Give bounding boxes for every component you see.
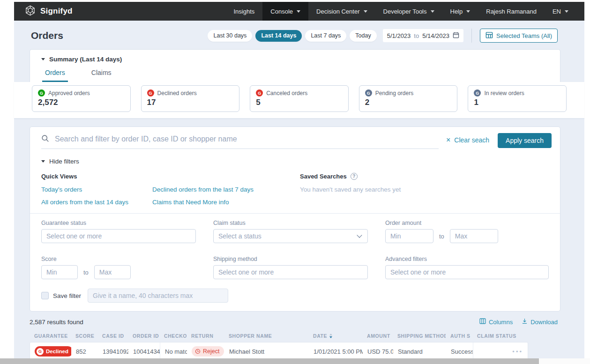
shopper-name-cell: Michael Stott [224,342,309,360]
nav-item-language[interactable]: EN [545,2,576,21]
quick-views-title: Quick Views [41,173,300,180]
date-range-picker[interactable]: 5/1/2023 to 5/14/2023 [383,29,463,42]
quick-view-link-all-14-days[interactable]: All orders from the last 14 days [41,199,152,206]
summary-panel: Summary (Last 14 days) Orders Claims [30,49,560,82]
guarantee-logo-icon: G [474,89,481,97]
nav-item-help[interactable]: Help [442,2,478,21]
quick-view-link-todays-orders[interactable]: Today's orders [41,186,152,193]
stat-value: 2 [365,98,452,107]
auth-status-cell: Success [446,342,473,360]
range-pill-last-30-days[interactable]: Last 30 days [208,30,252,42]
score-cell: 852 [71,342,98,360]
chevron-down-icon [565,10,568,13]
range-pill-last-14-days[interactable]: Last 14 days [255,30,302,42]
stat-label: Pending orders [375,90,413,97]
download-button[interactable]: Download [522,318,558,326]
claim-status-field: Claim status Select a status [213,220,368,243]
advanced-filters-label: Advanced filters [385,256,549,262]
apply-search-button[interactable]: Apply search [498,133,552,148]
filters-row-1: Guarantee status Claim status Select a s… [30,214,560,243]
range-pill-last-7-days[interactable]: Last 7 days [305,30,346,42]
quick-view-link-declined-7-days[interactable]: Declined orders from the last 7 days [152,186,300,193]
stat-label: Canceled orders [266,90,307,97]
clear-search-button[interactable]: × Clear seach [446,136,489,144]
nav-item-insights[interactable]: Insights [226,2,263,21]
nav-item-console[interactable]: Console [262,2,308,21]
horizontal-scrollbar-track[interactable] [0,358,590,364]
score-label: Score [41,256,196,262]
results-actions: Columns Download [479,318,558,326]
app-window: Signifyd Insights Console Decision Cente… [14,2,584,364]
quick-views-saved-row: Quick Views Today's orders Declined orde… [41,173,549,206]
teams-grid-icon [485,32,493,40]
date-cell: 1/01/2021 5:00 PM PST [309,342,363,360]
hide-filters-toggle[interactable]: Hide filters [41,158,549,165]
order-amount-max-input[interactable] [450,229,498,243]
save-filter-checkbox[interactable] [41,292,49,299]
search-input-wrap [41,134,439,149]
download-label: Download [530,319,558,326]
tab-claims[interactable]: Claims [89,69,114,82]
guarantee-cell: GDeclined [30,342,71,360]
shipping-method-cell: Standard [393,342,446,360]
save-filter-name-input[interactable] [88,289,228,303]
quick-views-section: Quick Views Today's orders Declined orde… [41,173,300,206]
hide-filters-label: Hide filters [49,158,79,165]
nav-item-decision-center[interactable]: Decision Center [308,2,375,21]
advanced-filters-input[interactable] [385,265,549,279]
overflow-menu-icon[interactable]: ••• [512,348,523,355]
tab-orders[interactable]: Orders [42,69,68,82]
stat-card-in-review-orders: GIn review orders 1 [468,85,567,112]
search-icon [41,134,49,144]
score-field: Score to [41,256,196,279]
save-filter-label: Save filter [53,292,81,299]
score-max-input[interactable] [94,265,131,279]
stat-label: Declined orders [157,90,197,97]
selected-teams-button[interactable]: Selected Teams (All) [480,29,558,43]
nav-item-developer-tools[interactable]: Developer Tools [375,2,442,21]
clock-icon [195,349,201,354]
chevron-down-icon [357,232,362,238]
page-header: Orders Last 30 days Last 14 days Last 7 … [14,21,584,49]
shipping-method-field: Shipping method [213,256,368,279]
horizontal-scrollbar-thumb[interactable] [0,358,539,364]
table-header-row: GUARANTEE SCORE CASE ID ORDER ID CHECKOU… [30,329,528,342]
col-header-amount-sort[interactable]: AMOUNT [362,329,393,342]
range-pill-today[interactable]: Today [350,30,376,42]
clear-search-label: Clear seach [454,136,489,144]
claim-status-label: Claim status [213,220,368,226]
score-min-input[interactable] [41,265,78,279]
page-body: Orders Last 30 days Last 14 days Last 7 … [14,21,584,364]
columns-button[interactable]: Columns [479,318,513,326]
table-row[interactable]: GDeclined 852 1394109261 100414341 No ma… [30,342,528,360]
sort-icon [329,334,332,338]
order-amount-label: Order amount [385,220,549,226]
saved-searches-title: Saved Searches [300,173,347,180]
search-filter-panel: × Clear seach Apply search Hide filters … [30,126,560,312]
col-header-return: RETURN [187,329,224,342]
date-to-value: 5/14/2023 [422,32,449,39]
col-header-claim-status: CLAIM STATUS [472,329,528,342]
order-amount-to-label: to [439,233,444,240]
guarantee-logo-icon: G [38,89,45,97]
save-filter-row: Save filter [41,289,549,303]
shipping-method-input[interactable] [213,265,368,279]
return-cell: Reject [187,342,224,360]
triangle-down-icon [41,58,45,60]
search-input[interactable] [54,134,439,144]
order-amount-min-input[interactable] [385,229,433,243]
nav-item-user[interactable]: Rajesh Ramanand [478,2,545,21]
brand-home-link[interactable]: Signifyd [24,5,73,18]
summary-collapse-toggle[interactable]: Summary (Last 14 days) [41,56,549,63]
quick-view-link-claims-need-info[interactable]: Claims that Need More info [152,199,300,206]
claim-status-select[interactable]: Select a status [213,229,368,243]
help-circle-icon[interactable]: ? [351,173,358,180]
stat-card-declined-orders: GDeclined orders 17 [141,85,240,112]
col-header-guarantee: GUARANTEE [30,329,71,342]
summary-cards: GApproved orders 2,572 GDeclined orders … [32,85,567,112]
stat-value: 2,572 [38,98,125,107]
col-header-date-sort[interactable]: DATE [308,329,362,342]
chevron-down-icon [431,10,434,13]
saved-searches-empty-text: You haven't saved any searches yet [300,186,401,193]
guarantee-status-input[interactable] [41,229,196,243]
